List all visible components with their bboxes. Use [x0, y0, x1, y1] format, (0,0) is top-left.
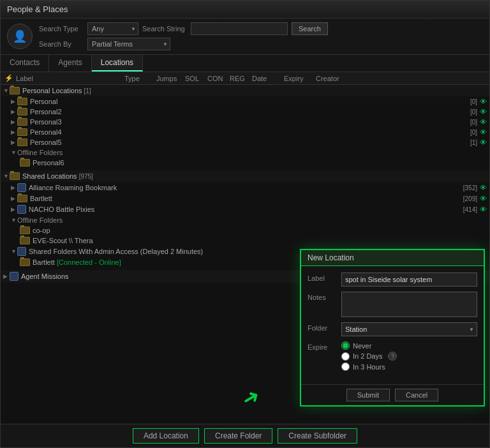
eye-icon[interactable]: 👁: [480, 205, 487, 213]
expire-never-radio[interactable]: [341, 341, 350, 350]
tab-agents[interactable]: Agents: [49, 55, 91, 71]
avatar: 👤: [7, 24, 33, 49]
personal-locations-count: [1]: [84, 87, 91, 94]
eye-icon[interactable]: 👁: [480, 118, 487, 126]
dialog-footer: Submit Cancel: [301, 384, 484, 405]
expire-3hours-label: In 3 Hours: [353, 363, 385, 371]
eye-icon[interactable]: 👁: [480, 184, 487, 191]
search-type-select[interactable]: Any: [87, 22, 138, 35]
eye-icon[interactable]: 👁: [480, 108, 487, 116]
search-input[interactable]: [191, 22, 288, 35]
personal-folder-item-1[interactable]: ▶ Personal2 [0] 👁: [1, 107, 489, 117]
col-creator[interactable]: Creator: [316, 75, 354, 82]
eye-icon[interactable]: 👁: [480, 138, 487, 146]
col-reg[interactable]: REG: [230, 75, 252, 82]
personal-locations-label: Personal Locations: [22, 87, 82, 94]
notes-row: Notes: [308, 292, 477, 317]
tab-locations[interactable]: Locations: [92, 55, 143, 71]
shared-locations-label: Shared Locations: [22, 172, 77, 180]
col-con[interactable]: CON: [207, 75, 230, 82]
search-by-select[interactable]: Partial Terms: [87, 38, 170, 50]
chevron-right-icon: ▶: [11, 184, 17, 191]
folder-icon: [20, 227, 30, 234]
eye-icon[interactable]: 👁: [480, 128, 487, 136]
folder-select[interactable]: Station: [341, 322, 477, 336]
cancel-button[interactable]: Cancel: [395, 389, 438, 401]
shared-offline-header[interactable]: ▼ Offline Folders: [1, 215, 489, 225]
eye-icon[interactable]: 👁: [480, 98, 487, 105]
tabs-bar: Contacts Agents Locations: [1, 55, 489, 72]
chevron-down-icon: ▼: [3, 173, 10, 179]
add-location-button[interactable]: Add Location: [133, 428, 199, 444]
folder-name: Personal: [30, 98, 468, 105]
search-string-label: Search String: [142, 25, 187, 33]
bottom-bar: Add Location Create Folder Create Subfol…: [1, 424, 489, 447]
col-sol[interactable]: SOL: [185, 75, 207, 82]
personal-folder-item-4[interactable]: ▶ Personal5 [1] 👁: [1, 137, 489, 147]
create-subfolder-button[interactable]: Create Subfolder: [278, 428, 357, 444]
folder-name: Bartlett: [30, 195, 461, 202]
personal6-item[interactable]: Personal6: [1, 158, 489, 168]
expire-2days-label: In 2 Days: [353, 352, 382, 360]
chevron-right-icon: ▶: [11, 195, 17, 202]
expire-never-row: Never: [341, 341, 477, 350]
bartlett-item[interactable]: ▶ Bartlett [209] 👁: [1, 193, 489, 204]
col-label[interactable]: Label: [16, 75, 124, 82]
title-bar: People & Places: [1, 1, 489, 19]
alliance-icon: [17, 247, 26, 256]
offline-label: Offline Folders: [17, 149, 487, 156]
folder-name: Alliance Roaming Bookmark: [29, 184, 461, 191]
personal-folder-item-3[interactable]: ▶ Personal4 [0] 👁: [1, 127, 489, 137]
folder-icon: [20, 237, 30, 244]
personal-folder-item-0[interactable]: ▶ Personal [0] 👁: [1, 96, 489, 107]
notes-textarea[interactable]: [341, 292, 477, 317]
chevron-right-icon: ▶: [11, 129, 17, 135]
label-input[interactable]: [341, 273, 477, 287]
folder-select-wrapper: Station: [341, 322, 477, 336]
folder-name: Personal6: [33, 159, 487, 167]
expire-2days-row: In 2 Days ?: [341, 352, 477, 361]
alliance-bookmark-item[interactable]: ▶ Alliance Roaming Bookmark [352] 👁: [1, 182, 489, 193]
folder-name: co-op: [33, 227, 487, 234]
col-jumps[interactable]: Jumps: [156, 75, 185, 82]
chevron-right-icon: ▶: [11, 98, 17, 105]
alliance-icon: [17, 183, 26, 192]
evescout-item[interactable]: EVE-Scout \\ Thera: [1, 235, 489, 246]
personal-locations-header[interactable]: ▼ Personal Locations [1]: [1, 85, 489, 96]
col-date[interactable]: Date: [252, 75, 284, 82]
eye-icon[interactable]: 👁: [480, 195, 487, 202]
folder-row: Folder Station: [308, 322, 477, 336]
chevron-right-icon: ▶: [11, 139, 17, 146]
submit-button[interactable]: Submit: [346, 389, 390, 401]
create-folder-button[interactable]: Create Folder: [204, 428, 272, 444]
folder-name: NACHO Battle Pixies: [29, 205, 461, 213]
personal-offline-header[interactable]: ▼ Offline Folders: [1, 147, 489, 158]
folder-icon: [17, 195, 27, 202]
col-expiry[interactable]: Expiry: [284, 75, 316, 82]
tab-contacts[interactable]: Contacts: [1, 55, 49, 71]
notes-field-label: Notes: [308, 292, 336, 301]
chevron-down-icon: ▼: [11, 217, 17, 223]
search-type-wrapper: Any: [87, 22, 138, 35]
search-fields: Search Type Any Search String Search Sea…: [39, 22, 328, 50]
nacho-item[interactable]: ▶ NACHO Battle Pixies [414] 👁: [1, 204, 489, 215]
shared-locations-header[interactable]: ▼ Shared Locations [975]: [1, 170, 489, 182]
columns-header: ⚡ Label Type Jumps SOL CON REG Date Expi…: [1, 72, 489, 85]
personal-locations-folder-icon: [10, 87, 20, 94]
expire-row: Expire Never In 2 Days ? In 3 Hours: [308, 341, 477, 373]
expire-3hours-radio[interactable]: [341, 362, 350, 371]
folder-icon: [17, 138, 27, 146]
expire-3hours-row: In 3 Hours: [341, 362, 477, 371]
col-type[interactable]: Type: [124, 75, 156, 82]
personal-folder-item-2[interactable]: ▶ Personal3 [0] 👁: [1, 117, 489, 127]
help-icon[interactable]: ?: [388, 352, 397, 361]
folder-count: [0]: [470, 119, 477, 126]
chevron-down-icon: ▼: [11, 248, 17, 255]
folder-icon: [17, 128, 27, 136]
coop-item[interactable]: co-op: [1, 225, 489, 235]
expire-never-label: Never: [353, 342, 371, 350]
folder-count: [209]: [463, 195, 477, 202]
expire-2days-radio[interactable]: [341, 352, 350, 361]
folder-count: [0]: [470, 129, 477, 136]
search-button[interactable]: Search: [292, 22, 328, 35]
